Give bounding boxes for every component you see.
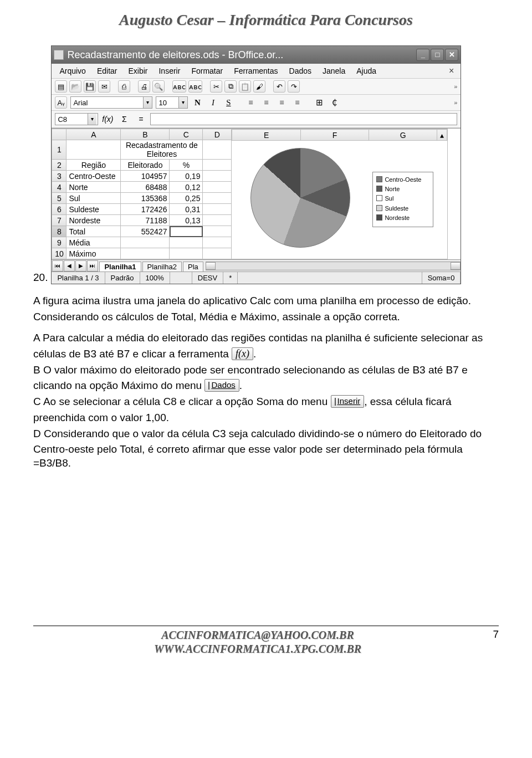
close-document-button[interactable]: ×	[446, 66, 457, 76]
cell[interactable]: 135368	[121, 193, 170, 204]
cell[interactable]	[170, 248, 203, 259]
cell[interactable]: 172426	[121, 204, 170, 215]
spreadsheet-grid[interactable]: A B C D 1 Recadastramento de Eleitores 2…	[52, 129, 232, 259]
cell[interactable]	[203, 215, 232, 226]
cell[interactable]: 68488	[121, 182, 170, 193]
bold-button[interactable]: N	[191, 96, 203, 109]
column-header[interactable]: D	[203, 129, 232, 140]
sheet-tab[interactable]: Pla	[183, 262, 203, 272]
cell[interactable]: 104957	[121, 171, 170, 182]
chevron-down-icon[interactable]: ▾	[143, 97, 152, 108]
menu-janela[interactable]: Janela	[318, 65, 350, 76]
align-center-icon[interactable]: ≡	[260, 96, 272, 109]
align-right-icon[interactable]: ≡	[275, 96, 288, 109]
row-header[interactable]: 2	[52, 160, 66, 171]
font-size-input[interactable]	[156, 97, 178, 108]
menu-dados[interactable]: Dados	[285, 65, 316, 76]
cell[interactable]	[203, 182, 232, 193]
menu-formatar[interactable]: Formatar	[187, 65, 227, 76]
name-box[interactable]: ▾	[55, 113, 98, 125]
align-justify-icon[interactable]: ≡	[291, 96, 303, 109]
cell[interactable]	[121, 237, 170, 248]
cell[interactable]: 0,19	[170, 171, 203, 182]
cell[interactable]	[203, 237, 232, 248]
row-header[interactable]: 4	[52, 182, 66, 193]
menu-arquivo[interactable]: Arquivo	[55, 65, 90, 76]
row-header[interactable]: 5	[52, 193, 66, 204]
cell[interactable]	[203, 140, 232, 160]
cut-icon[interactable]: ✂	[210, 80, 222, 93]
chevron-down-icon[interactable]: ▾	[178, 97, 187, 108]
status-zoom[interactable]: 100%	[140, 272, 170, 284]
menu-editar[interactable]: Editar	[93, 65, 122, 76]
menu-ajuda[interactable]: Ajuda	[352, 65, 381, 76]
cell[interactable]: Recadastramento de Eleitores	[121, 140, 203, 160]
cell[interactable]: 0,31	[170, 204, 203, 215]
row-header[interactable]: 1	[52, 140, 66, 160]
merge-cells-icon[interactable]: ⊞	[313, 96, 325, 109]
autospell-icon[interactable]: ᴀʙᴄ	[188, 80, 202, 93]
cell[interactable]: Centro-Oeste	[66, 171, 121, 182]
toolbar-overflow-icon[interactable]: »	[454, 99, 457, 106]
row-header[interactable]: 6	[52, 204, 66, 215]
cell[interactable]: Máximo	[66, 248, 121, 259]
save-icon[interactable]: 💾	[84, 80, 96, 93]
cell[interactable]	[203, 171, 232, 182]
cell[interactable]: 71188	[121, 215, 170, 226]
cell[interactable]: 0,13	[170, 215, 203, 226]
styles-icon[interactable]: Aᵧ	[55, 96, 67, 109]
print-icon[interactable]: 🖨	[138, 80, 150, 93]
mail-icon[interactable]: ✉	[98, 80, 110, 93]
column-header[interactable]: A	[66, 129, 121, 140]
cell[interactable]: Sul	[66, 193, 121, 204]
italic-button[interactable]: I	[207, 96, 219, 109]
font-name-combo[interactable]: ▾	[70, 96, 152, 109]
minimize-button[interactable]: _	[416, 49, 429, 61]
select-all-corner[interactable]	[52, 129, 66, 140]
cell[interactable]: Suldeste	[66, 204, 121, 215]
row-header[interactable]: 3	[52, 171, 66, 182]
font-size-combo[interactable]: ▾	[156, 96, 188, 109]
horizontal-scrollbar[interactable]	[206, 262, 461, 270]
cell[interactable]: 552427	[121, 226, 170, 237]
sum-button[interactable]: Σ	[117, 113, 131, 125]
column-header[interactable]: B	[121, 129, 170, 140]
cell[interactable]: 0,25	[170, 193, 203, 204]
menu-inserir[interactable]: Inserir	[154, 65, 185, 76]
spellcheck-icon[interactable]: ᴀʙᴄ	[172, 80, 186, 93]
underline-button[interactable]: S	[222, 96, 234, 109]
cell[interactable]: %	[170, 160, 203, 171]
sheet-tab[interactable]: Planilha2	[142, 262, 182, 272]
column-header[interactable]: E	[232, 130, 300, 141]
cell[interactable]: 0,12	[170, 182, 203, 193]
function-wizard-button[interactable]: f(x)	[100, 113, 115, 125]
row-header[interactable]: 7	[52, 215, 66, 226]
cell-selected[interactable]	[170, 226, 203, 237]
cell[interactable]	[203, 226, 232, 237]
cell[interactable]	[203, 204, 232, 215]
menu-exibir[interactable]: Exibir	[124, 65, 152, 76]
menu-ferramentas[interactable]: Ferramentas	[229, 65, 282, 76]
cell[interactable]	[203, 248, 232, 259]
cell[interactable]: Norte	[66, 182, 121, 193]
cell[interactable]	[121, 248, 170, 259]
cell[interactable]: Total	[66, 226, 121, 237]
row-header[interactable]: 8	[52, 226, 66, 237]
vscroll-up-icon[interactable]: ▴	[437, 130, 447, 141]
cell-reference-input[interactable]	[55, 114, 88, 125]
paint-icon[interactable]: 🖌	[253, 80, 265, 93]
column-header[interactable]: C	[170, 129, 203, 140]
column-header[interactable]: G	[369, 130, 437, 141]
tab-prev-icon[interactable]: ◀	[64, 260, 75, 272]
cell[interactable]	[170, 237, 203, 248]
cell[interactable]: Média	[66, 237, 121, 248]
font-name-input[interactable]	[71, 97, 143, 108]
tab-next-icon[interactable]: ▶	[75, 260, 86, 272]
new-icon[interactable]: ▤	[55, 80, 67, 93]
close-button[interactable]: ✕	[445, 49, 458, 61]
chevron-down-icon[interactable]: ▾	[88, 114, 96, 125]
redo-icon[interactable]: ↷	[288, 80, 300, 93]
row-header[interactable]: 9	[52, 237, 66, 248]
preview-icon[interactable]: 🔍	[152, 80, 165, 93]
sheet-tab[interactable]: Planilha1	[99, 262, 141, 272]
